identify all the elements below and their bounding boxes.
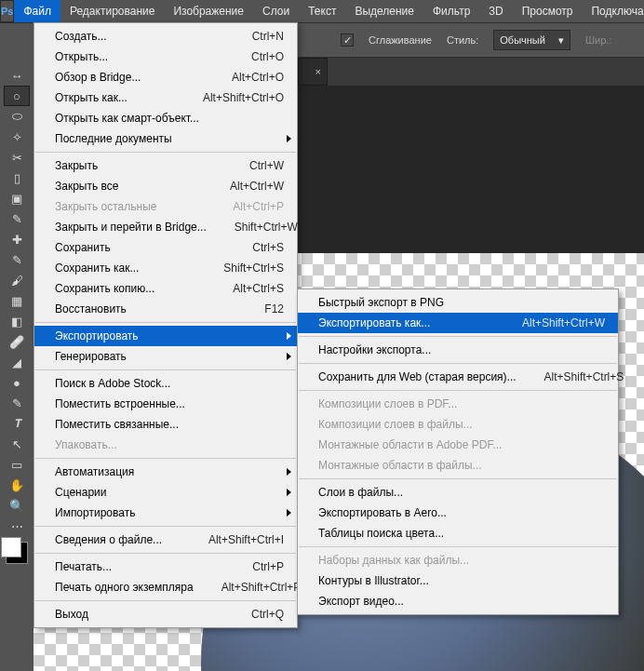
menu-item[interactable]: Сохранить копию...Alt+Ctrl+S <box>34 278 297 299</box>
menubar-item[interactable]: Выделение <box>345 0 423 22</box>
menu-item[interactable]: Импортировать <box>34 503 297 523</box>
menu-item[interactable]: Экспортировать <box>34 326 297 346</box>
menu-item-label: Поместить связанные... <box>55 418 284 431</box>
menu-item[interactable]: Сценарии <box>34 482 297 503</box>
tool-button[interactable]: 🖌 <box>4 270 30 290</box>
menu-item[interactable]: Экспортировать как...Alt+Shift+Ctrl+W <box>298 313 618 333</box>
menu-item[interactable]: Сведения о файле...Alt+Shift+Ctrl+I <box>34 530 297 550</box>
menu-item[interactable]: Открыть как...Alt+Shift+Ctrl+O <box>34 87 297 108</box>
menu-item[interactable]: Экспортировать в Aero... <box>298 503 618 523</box>
menu-item[interactable]: Поиск в Adobe Stock... <box>34 373 297 394</box>
menubar-item[interactable]: Редактирование <box>60 0 164 22</box>
menu-item[interactable]: Последние документы <box>34 128 297 149</box>
menu-item[interactable]: Поместить связанные... <box>34 414 297 435</box>
tool-button[interactable]: ▭ <box>4 454 30 475</box>
tool-button[interactable]: ✎ <box>4 393 30 413</box>
menu-item[interactable]: Экспорт видео... <box>298 591 618 611</box>
menu-separator <box>35 526 296 527</box>
menu-item[interactable]: Автоматизация <box>34 462 297 482</box>
menu-item[interactable]: Печатать...Ctrl+P <box>34 557 297 577</box>
menubar-item[interactable]: Фильтр <box>423 0 479 22</box>
menu-item[interactable]: Закрыть всеAlt+Ctrl+W <box>34 176 297 196</box>
swatches[interactable] <box>6 542 28 564</box>
menu-item-label: Закрыть и перейти в Bridge... <box>55 221 207 234</box>
menu-separator <box>299 390 617 391</box>
smoothing-checkbox[interactable]: ✓ <box>341 34 354 47</box>
menu-item[interactable]: Поместить встроенные... <box>34 394 297 414</box>
tool-button[interactable]: ✋ <box>4 475 30 495</box>
menu-item[interactable]: Слои в файлы... <box>298 482 618 503</box>
tool-button[interactable]: ▣ <box>4 188 30 208</box>
menu-item-label: Сохранить копию... <box>55 282 205 295</box>
menu-item[interactable]: ЗакрытьCtrl+W <box>34 155 297 176</box>
menu-item-label: Экспортировать <box>55 329 284 342</box>
menu-item[interactable]: Создать...Ctrl+N <box>34 26 297 47</box>
menu-item[interactable]: Контуры в Illustrator... <box>298 570 618 591</box>
style-select[interactable]: Обычный <box>493 30 570 50</box>
tool-button[interactable]: ↖ <box>4 434 30 454</box>
menu-item[interactable]: Генерировать <box>34 346 297 367</box>
tool-button[interactable]: ↔ <box>4 65 30 86</box>
menu-item[interactable]: Сохранить как...Shift+Ctrl+S <box>34 258 297 278</box>
menu-item-shortcut: Alt+Ctrl+O <box>232 71 284 84</box>
menu-item-shortcut: Ctrl+N <box>252 30 284 43</box>
tool-button[interactable]: ✚ <box>4 229 30 249</box>
menubar-item[interactable]: Слои <box>253 0 299 22</box>
tool-button[interactable]: ✎ <box>4 208 30 229</box>
menu-item[interactable]: Закрыть и перейти в Bridge...Shift+Ctrl+… <box>34 217 297 237</box>
menu-item: Монтажные области в файлы... <box>298 455 618 476</box>
menubar: Ps ФайлРедактированиеИзображениеСлоиТекс… <box>0 0 644 22</box>
menu-item[interactable]: Открыть как смарт-объект... <box>34 108 297 128</box>
menu-item[interactable]: Таблицы поиска цвета... <box>298 523 618 544</box>
menu-item[interactable]: Обзор в Bridge...Alt+Ctrl+O <box>34 67 297 87</box>
tool-button[interactable]: ✎ <box>4 249 30 270</box>
tool-button[interactable]: ○ <box>4 86 30 106</box>
menu-item[interactable]: Быстрый экспорт в PNG <box>298 292 618 313</box>
tool-button[interactable]: ✧ <box>4 127 30 147</box>
tool-button[interactable]: ✂ <box>4 147 30 168</box>
document-tab[interactable]: × <box>298 58 328 86</box>
menubar-item[interactable]: Изображение <box>164 0 253 22</box>
menu-item[interactable]: Печать одного экземпляраAlt+Shift+Ctrl+P <box>34 577 297 597</box>
menubar-item[interactable]: 3D <box>479 0 512 22</box>
menubar-item[interactable]: Просмотр <box>513 0 583 22</box>
tool-button[interactable]: ▯ <box>4 168 30 188</box>
tool-button[interactable]: ▦ <box>4 290 30 311</box>
menu-item[interactable]: Сохранить для Web (старая версия)...Alt+… <box>298 367 618 387</box>
tool-button[interactable]: 🔍 <box>4 495 30 516</box>
menu-separator <box>35 322 296 323</box>
menu-item[interactable]: СохранитьCtrl+S <box>34 237 297 258</box>
smoothing-label: Сглаживание <box>369 34 432 46</box>
menu-separator <box>299 478 617 479</box>
tool-button[interactable]: ● <box>4 372 30 393</box>
menu-item-label: Упаковать... <box>55 438 284 451</box>
tool-button[interactable]: ⬭ <box>4 106 30 127</box>
menu-item[interactable]: ВосстановитьF12 <box>34 299 297 319</box>
submenu-arrow-icon <box>287 135 291 142</box>
menu-item-shortcut: Alt+Shift+Ctrl+O <box>203 91 284 104</box>
tool-button[interactable]: ◢ <box>4 352 30 372</box>
tool-button[interactable]: ◧ <box>4 311 30 331</box>
menubar-item[interactable]: Подключаемые модул <box>582 0 644 22</box>
tool-button[interactable]: 𝙏 <box>4 413 30 434</box>
menu-item-label: Сценарии <box>55 486 284 499</box>
menu-item[interactable]: Настройки экспорта... <box>298 340 618 360</box>
menu-item-label: Поместить встроенные... <box>55 397 284 410</box>
menu-item[interactable]: ВыходCtrl+Q <box>34 604 297 624</box>
menu-item-label: Автоматизация <box>55 465 284 478</box>
tool-button[interactable]: ⋯ <box>4 516 30 536</box>
menubar-item[interactable]: Текст <box>299 0 345 22</box>
menubar-item[interactable]: Файл <box>14 0 60 22</box>
menu-item-shortcut: Alt+Shift+Ctrl+S <box>544 370 624 383</box>
menu-item-shortcut: Ctrl+P <box>252 560 284 573</box>
menu-item-label: Сохранить как... <box>55 262 195 275</box>
menu-item-label: Слои в файлы... <box>318 486 605 499</box>
menu-item[interactable]: Открыть...Ctrl+O <box>34 47 297 67</box>
close-icon[interactable]: × <box>315 66 321 77</box>
app-icon: Ps <box>0 0 14 22</box>
menu-separator <box>35 553 296 554</box>
menu-item-shortcut: Alt+Shift+Ctrl+I <box>208 533 284 546</box>
tool-button[interactable]: 🩹 <box>4 331 30 352</box>
menu-item-label: Открыть как смарт-объект... <box>55 112 284 125</box>
left-tool-panel: ↔○⬭✧✂▯▣✎✚✎🖌▦◧🩹◢●✎𝙏↖▭✋🔍⋯ <box>0 56 34 671</box>
